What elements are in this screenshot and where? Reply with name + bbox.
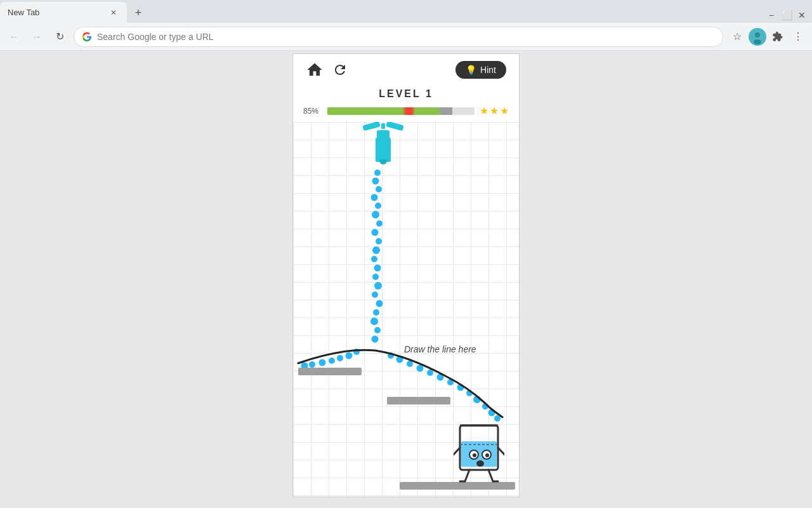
window-controls: − ⬜ ✕ bbox=[766, 10, 807, 20]
svg-point-16 bbox=[374, 282, 382, 290]
star-3: ★ bbox=[500, 105, 509, 117]
svg-point-14 bbox=[374, 265, 381, 272]
svg-point-28 bbox=[309, 361, 315, 368]
svg-point-34 bbox=[427, 370, 433, 376]
svg-point-17 bbox=[372, 291, 378, 298]
svg-point-37 bbox=[457, 384, 464, 391]
svg-point-9 bbox=[376, 220, 383, 227]
toolbar-right: ☆ ⋮ bbox=[728, 28, 807, 46]
menu-icon[interactable]: ⋮ bbox=[789, 28, 807, 46]
svg-point-35 bbox=[437, 374, 444, 381]
svg-point-13 bbox=[371, 256, 377, 262]
back-button[interactable]: ← bbox=[5, 28, 23, 46]
svg-point-55 bbox=[476, 460, 484, 467]
progress-bar bbox=[327, 107, 475, 115]
hint-bulb-icon: 💡 bbox=[466, 65, 476, 75]
svg-point-5 bbox=[376, 186, 382, 192]
bookmark-icon[interactable]: ☆ bbox=[728, 28, 746, 46]
tab-bar: New Tab ✕ + − ⬜ ✕ bbox=[0, 0, 812, 23]
level-title-section: LEVEL 1 bbox=[293, 86, 519, 102]
svg-point-29 bbox=[301, 363, 308, 370]
svg-line-60 bbox=[488, 470, 493, 481]
svg-point-10 bbox=[372, 229, 379, 236]
address-bar[interactable]: Search Google or type a URL bbox=[74, 27, 723, 47]
draw-hint-text: Draw the line here bbox=[404, 344, 476, 354]
svg-point-21 bbox=[374, 327, 381, 333]
hint-button[interactable]: 💡 Hint bbox=[455, 61, 506, 79]
close-button[interactable]: ✕ bbox=[797, 10, 807, 20]
game-container: 💡 Hint LEVEL 1 85% ★ ★ ★ bbox=[292, 53, 520, 497]
svg-point-33 bbox=[417, 365, 424, 372]
svg-point-7 bbox=[375, 203, 381, 209]
faucet bbox=[364, 123, 402, 168]
google-logo bbox=[82, 32, 92, 42]
nav-bar: ← → ↻ Search Google or type a URL ☆ bbox=[0, 23, 812, 51]
svg-point-1 bbox=[755, 32, 760, 37]
svg-point-32 bbox=[407, 361, 413, 367]
svg-point-27 bbox=[319, 359, 326, 366]
star-2: ★ bbox=[490, 105, 499, 117]
content-area: 💡 Hint LEVEL 1 85% ★ ★ ★ bbox=[0, 51, 812, 508]
refresh-button[interactable]: ↻ bbox=[51, 28, 69, 46]
glass-character bbox=[454, 406, 504, 485]
svg-line-58 bbox=[465, 470, 469, 481]
progress-fill bbox=[327, 107, 452, 115]
star-1: ★ bbox=[480, 105, 488, 117]
new-tab-button[interactable]: + bbox=[129, 4, 147, 22]
progress-section: 85% ★ ★ ★ bbox=[293, 102, 519, 122]
address-text: Search Google or type a URL bbox=[97, 32, 214, 42]
svg-point-26 bbox=[329, 358, 335, 364]
active-tab[interactable]: New Tab ✕ bbox=[0, 2, 127, 23]
game-topbar: 💡 Hint bbox=[293, 54, 519, 86]
level-title: LEVEL 1 bbox=[293, 88, 519, 100]
browser-frame: New Tab ✕ + − ⬜ ✕ ← → ↻ Search Google or bbox=[0, 0, 812, 508]
svg-rect-45 bbox=[387, 397, 450, 404]
svg-point-30 bbox=[388, 352, 394, 359]
svg-point-23 bbox=[353, 349, 360, 355]
tab-title: New Tab bbox=[8, 8, 103, 17]
tab-close-button[interactable]: ✕ bbox=[108, 7, 119, 18]
svg-point-43 bbox=[429, 483, 436, 490]
svg-point-15 bbox=[372, 274, 379, 280]
svg-rect-44 bbox=[298, 368, 362, 375]
progress-label: 85% bbox=[303, 107, 322, 116]
svg-point-31 bbox=[396, 356, 403, 363]
maximize-button[interactable]: ⬜ bbox=[782, 10, 792, 20]
svg-point-4 bbox=[372, 178, 379, 185]
svg-point-53 bbox=[473, 453, 476, 457]
home-button[interactable] bbox=[303, 58, 326, 81]
svg-point-18 bbox=[376, 300, 383, 307]
svg-point-12 bbox=[372, 246, 380, 254]
svg-point-19 bbox=[373, 309, 379, 316]
svg-point-25 bbox=[337, 355, 343, 361]
forward-button[interactable]: → bbox=[28, 28, 46, 46]
svg-point-24 bbox=[346, 352, 353, 359]
svg-point-38 bbox=[466, 390, 473, 396]
svg-point-6 bbox=[371, 194, 378, 201]
svg-point-3 bbox=[374, 170, 381, 176]
hint-label: Hint bbox=[480, 65, 496, 75]
svg-point-11 bbox=[376, 238, 382, 244]
minimize-button[interactable]: − bbox=[766, 10, 776, 20]
svg-point-20 bbox=[370, 318, 378, 325]
profile-avatar[interactable] bbox=[749, 28, 766, 46]
stars-container: ★ ★ ★ bbox=[480, 105, 509, 117]
svg-point-22 bbox=[372, 336, 379, 343]
svg-point-2 bbox=[754, 39, 761, 44]
svg-point-39 bbox=[473, 396, 481, 403]
game-play-area[interactable]: Draw the line here bbox=[293, 122, 519, 497]
svg-point-36 bbox=[447, 379, 454, 385]
svg-point-54 bbox=[485, 453, 489, 457]
svg-point-8 bbox=[372, 211, 379, 218]
reload-button[interactable] bbox=[329, 58, 351, 81]
extensions-icon[interactable] bbox=[769, 28, 787, 46]
